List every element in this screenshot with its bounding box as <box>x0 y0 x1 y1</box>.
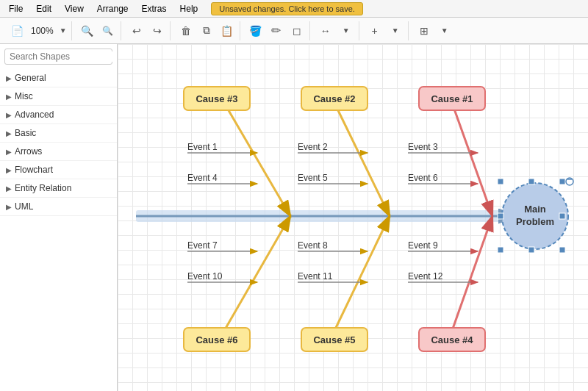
paste-button[interactable]: 📋 <box>218 21 237 40</box>
svg-rect-52 <box>559 179 565 184</box>
svg-text:Event 9: Event 9 <box>408 240 438 251</box>
svg-text:Event 3: Event 3 <box>408 142 438 152</box>
svg-line-10 <box>452 216 492 331</box>
svg-line-5 <box>224 103 290 216</box>
svg-text:Cause #4: Cause #4 <box>431 334 473 345</box>
zoom-level: 100% <box>28 26 57 36</box>
svg-rect-53 <box>498 213 503 219</box>
canvas[interactable]: Cause #3 Cause #2 Cause #1 Cause #6 Caus… <box>118 44 588 391</box>
insert-button[interactable]: + <box>365 21 384 40</box>
save-button[interactable]: Unsaved changes. Click here to save. <box>211 2 363 15</box>
svg-rect-56 <box>528 247 534 253</box>
menu-help[interactable]: Help <box>174 2 204 15</box>
svg-rect-50 <box>498 179 503 184</box>
svg-rect-57 <box>559 247 565 253</box>
zoom-out-button[interactable]: 🔍 <box>98 21 118 40</box>
svg-text:Event 5: Event 5 <box>298 173 328 183</box>
sidebar-item-flowchart[interactable]: ▶ Flowchart <box>0 161 117 179</box>
sidebar-item-misc[interactable]: ▶ Misc <box>0 87 117 106</box>
sidebar-item-basic[interactable]: ▶ Basic <box>0 124 117 143</box>
svg-text:Cause #5: Cause #5 <box>313 334 355 345</box>
svg-rect-54 <box>559 213 565 219</box>
svg-text:Event 12: Event 12 <box>408 271 443 281</box>
sidebar-item-uml[interactable]: ▶ UML <box>0 198 117 216</box>
svg-text:Event 4: Event 4 <box>187 173 218 183</box>
svg-text:Cause #1: Cause #1 <box>431 93 473 104</box>
shape-button[interactable]: ◻ <box>287 21 306 40</box>
svg-rect-51 <box>528 179 534 184</box>
svg-line-6 <box>334 103 390 216</box>
svg-text:Event 8: Event 8 <box>298 240 328 251</box>
sidebar-label-uml: UML <box>15 201 33 212</box>
chevron-general-icon: ▶ <box>6 74 12 82</box>
waypoint-button[interactable]: ↔ <box>316 21 335 40</box>
chevron-basic-icon: ▶ <box>6 129 12 137</box>
sidebar-label-arrows: Arrows <box>15 146 42 157</box>
delete-button[interactable]: 🗑 <box>176 21 196 40</box>
chevron-uml-icon: ▶ <box>6 203 12 211</box>
chevron2-icon[interactable]: ▼ <box>386 21 405 40</box>
menu-file[interactable]: File <box>3 2 29 15</box>
svg-text:Event 6: Event 6 <box>408 173 438 183</box>
search-input[interactable] <box>10 51 118 62</box>
toolbar: 📄 100% ▼ 🔍 🔍 ↩ ↪ 🗑 ⧉ 📋 🪣 ✏ ◻ ↔ ▼ + ▼ ⊞ ▼ <box>0 18 588 44</box>
chevron-flowchart-icon: ▶ <box>6 166 12 174</box>
main-area: 🔍 ▶ General ▶ Misc ▶ Advanced ▶ Basic ▶ … <box>0 44 588 391</box>
sidebar-label-general: General <box>15 73 46 83</box>
chevron3-icon[interactable]: ▼ <box>435 21 454 40</box>
zoom-in-button[interactable]: 🔍 <box>78 21 97 40</box>
sidebar-label-basic: Basic <box>15 128 36 138</box>
svg-text:Event 7: Event 7 <box>187 240 218 251</box>
copy-button[interactable]: ⧉ <box>197 21 216 40</box>
sidebar-label-advanced: Advanced <box>15 110 54 120</box>
undo-button[interactable]: ↩ <box>127 21 146 40</box>
table-button[interactable]: ⊞ <box>415 21 434 40</box>
svg-text:Event 1: Event 1 <box>187 142 218 152</box>
sidebar-item-advanced[interactable]: ▶ Advanced <box>0 106 117 124</box>
chevron-advanced-icon: ▶ <box>6 111 12 119</box>
svg-text:Main: Main <box>524 204 546 215</box>
chevron-misc-icon: ▶ <box>6 93 12 101</box>
page-button[interactable]: 📄 <box>7 21 26 40</box>
menu-extras[interactable]: Extras <box>136 2 173 15</box>
sidebar-item-arrows[interactable]: ▶ Arrows <box>0 143 117 161</box>
menu-bar: File Edit View Arrange Extras Help Unsav… <box>0 0 588 18</box>
sidebar: 🔍 ▶ General ▶ Misc ▶ Advanced ▶ Basic ▶ … <box>0 44 118 391</box>
chevron-er-icon: ▶ <box>6 184 12 193</box>
redo-button[interactable]: ↪ <box>148 21 167 40</box>
menu-edit[interactable]: Edit <box>30 2 57 15</box>
sidebar-label-misc: Misc <box>15 91 33 101</box>
svg-text:Cause #3: Cause #3 <box>196 93 237 104</box>
svg-text:Event 11: Event 11 <box>298 271 333 281</box>
svg-text:Event 2: Event 2 <box>298 142 328 152</box>
sidebar-label-er: Entity Relation <box>15 183 71 193</box>
chevron-icon[interactable]: ▼ <box>337 21 356 40</box>
search-box: 🔍 <box>4 49 112 65</box>
chevron-down-icon[interactable]: ▼ <box>58 21 68 40</box>
svg-line-9 <box>334 216 390 331</box>
svg-text:Event 10: Event 10 <box>187 271 223 281</box>
svg-rect-55 <box>498 247 503 253</box>
sidebar-label-flowchart: Flowchart <box>15 165 53 175</box>
svg-text:Problem: Problem <box>516 216 554 227</box>
svg-line-8 <box>224 216 290 331</box>
menu-arrange[interactable]: Arrange <box>91 2 135 15</box>
sidebar-item-entity-relation[interactable]: ▶ Entity Relation <box>0 179 117 198</box>
svg-line-7 <box>452 103 492 216</box>
svg-text:Cause #2: Cause #2 <box>313 93 355 104</box>
line-button[interactable]: ✏ <box>267 21 286 40</box>
sidebar-item-general[interactable]: ▶ General <box>0 69 117 87</box>
fill-button[interactable]: 🪣 <box>246 21 265 40</box>
menu-view[interactable]: View <box>59 2 90 15</box>
chevron-arrows-icon: ▶ <box>6 148 12 156</box>
svg-text:Cause #6: Cause #6 <box>196 334 237 345</box>
